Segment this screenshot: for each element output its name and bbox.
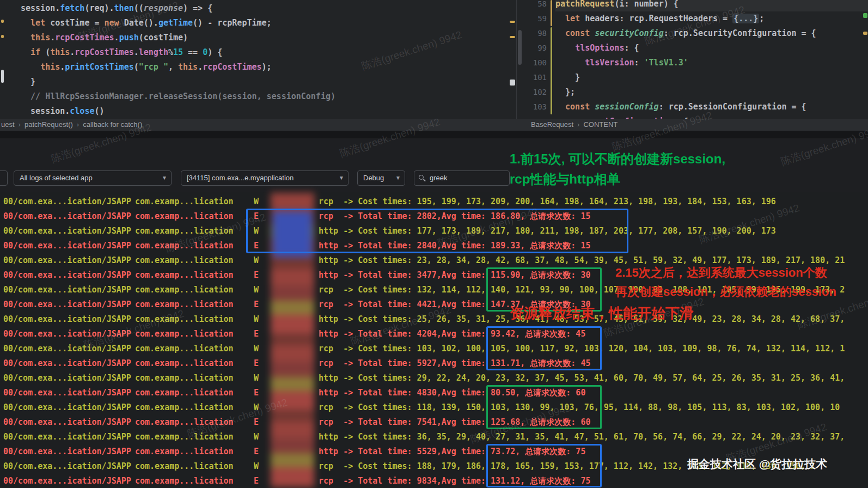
- log-row[interactable]: 00/com.exa...ication/JSAPPcom.examp...li…: [0, 194, 868, 209]
- log-tag: 00/com.exa...ication/JSAPP: [3, 224, 131, 239]
- breadcrumb-item[interactable]: CONTENT: [583, 120, 618, 129]
- log-tag: 00/com.exa...ication/JSAPP: [3, 459, 131, 474]
- log-level-badge: W: [254, 194, 259, 209]
- log-filter-dropdown[interactable]: All logs of selected app ▼: [14, 170, 172, 186]
- log-row[interactable]: 00/com.exa...ication/JSAPPcom.examp...li…: [0, 356, 868, 371]
- breadcrumb-item[interactable]: BaseRequest: [531, 120, 573, 129]
- code-token: :: [634, 58, 644, 68]
- code-token: rcpCostTimes: [75, 47, 133, 57]
- code-token: 'TlsV1.3': [644, 58, 688, 68]
- code-token: fetch: [60, 3, 84, 13]
- code-token: if: [30, 47, 40, 57]
- log-message: rcp -> Cost times: 195, 199, 173, 209, 2…: [319, 194, 776, 209]
- code-token: Date().: [119, 18, 158, 28]
- code-token: ,: [168, 62, 178, 72]
- code-token: [21, 91, 30, 101]
- code-token: : rcp.SessionConfiguration = {: [659, 102, 806, 112]
- code-editor[interactable]: session.fetch(req).then((response) => { …: [0, 0, 868, 119]
- log-level-badge: W: [254, 341, 259, 356]
- code-line[interactable]: };: [555, 85, 868, 100]
- breadcrumb-item[interactable]: patchRequest(): [25, 120, 73, 129]
- log-package: com.examp...lication: [135, 312, 234, 327]
- log-search-input[interactable]: greek: [414, 170, 510, 186]
- log-tag: 00/com.exa...ication/JSAPP: [3, 327, 131, 341]
- code-token: costTime =: [45, 18, 104, 28]
- code-token: [21, 47, 30, 57]
- code-line[interactable]: tlsVersion: 'TlsV1.3': [555, 56, 868, 70]
- log-row[interactable]: 00/com.exa...ication/JSAPPcom.examp...li…: [0, 312, 868, 327]
- log-tag: 00/com.exa...ication/JSAPP: [3, 253, 131, 268]
- highlight-box-batch1: [246, 209, 628, 253]
- code-token: 15: [173, 47, 183, 57]
- code-line[interactable]: let headers: rcp.RequestHeaders = {...};: [555, 11, 868, 26]
- log-level-dropdown[interactable]: Debug ▼: [357, 170, 405, 186]
- log-package: com.examp...lication: [135, 459, 234, 474]
- breadcrumb-item[interactable]: uest: [1, 120, 15, 129]
- log-package: com.examp...lication: [135, 415, 234, 430]
- log-package: com.examp...lication: [135, 430, 234, 444]
- log-tag: 00/com.exa...ication/JSAPP: [3, 444, 131, 459]
- code-line[interactable]: const securityConfig: rcp.SecurityConfig…: [555, 26, 868, 41]
- breadcrumb: uest›patchRequest()›callback for catch(): [1, 119, 142, 131]
- code-line[interactable]: const sessionConfig: rcp.SessionConfigur…: [555, 100, 868, 114]
- breadcrumb-item[interactable]: callback for catch(): [83, 120, 142, 129]
- code-line[interactable]: requestConfiguration: {: [555, 114, 868, 119]
- annotation-green-1: 1.前15次, 可以不断的创建新session,: [510, 150, 725, 168]
- log-package: com.examp...lication: [135, 444, 234, 459]
- log-level-badge: W: [254, 283, 259, 297]
- code-token: "rcp ": [139, 62, 168, 72]
- process-value: [34115] com.exa...e.myapplication: [187, 174, 294, 182]
- log-tag: 00/com.exa...ication/JSAPP: [3, 474, 131, 488]
- log-row[interactable]: 00/com.exa...ication/JSAPPcom.examp...li…: [0, 341, 868, 356]
- code-token: tlsOptions: [575, 43, 624, 53]
- code-token: this: [30, 33, 50, 42]
- log-row[interactable]: 00/com.exa...ication/JSAPPcom.examp...li…: [0, 371, 868, 386]
- change-marker: [1, 20, 4, 23]
- log-row[interactable]: 00/com.exa...ication/JSAPPcom.examp...li…: [0, 327, 868, 341]
- change-bar: [551, 0, 552, 26]
- editor-pane-right[interactable]: patchRequest(i: number) { let headers: r…: [555, 0, 868, 119]
- chevron-down-icon: ▼: [162, 171, 167, 185]
- code-line[interactable]: let costTime = new Date().getTime() - rc…: [21, 16, 511, 30]
- line-number: 101: [517, 70, 547, 85]
- log-row[interactable]: 00/com.exa...ication/JSAPPcom.examp...li…: [0, 430, 868, 444]
- code-line[interactable]: this.printCostTimes("rcp ", this.rcpCost…: [21, 60, 511, 75]
- code-token: .: [134, 47, 139, 57]
- log-package: com.examp...lication: [135, 474, 234, 488]
- code-line[interactable]: if (this.rcpCostTimes.length%15 == 0) {: [21, 45, 511, 60]
- line-number: 98: [517, 26, 547, 41]
- code-line[interactable]: tlsOptions: {: [555, 41, 868, 56]
- code-line[interactable]: this.rcpCostTimes.push(costTime): [21, 30, 511, 45]
- code-line[interactable]: session.fetch(req).then((response) => {: [21, 1, 511, 16]
- editor-pane-left[interactable]: session.fetch(req).then((response) => { …: [21, 1, 511, 119]
- cut-toolbar-control[interactable]: [0, 170, 8, 186]
- code-token: [21, 33, 30, 42]
- log-level-badge: W: [254, 312, 259, 327]
- log-row[interactable]: 00/com.exa...ication/JSAPPcom.examp...li…: [0, 474, 868, 488]
- code-token: };: [555, 87, 575, 97]
- code-token: [21, 18, 30, 28]
- code-token: : rcp.SecurityConfiguration = {: [664, 28, 816, 38]
- code-line[interactable]: }: [21, 75, 511, 89]
- log-row[interactable]: 00/com.exa...ication/JSAPPcom.examp...li…: [0, 415, 868, 430]
- process-dropdown[interactable]: [34115] com.exa...e.myapplication ▼: [181, 170, 349, 186]
- log-level-badge: W: [254, 400, 259, 415]
- code-token: [590, 102, 595, 112]
- code-line[interactable]: }: [555, 70, 868, 85]
- scrollbar-thumb[interactable]: [1, 70, 4, 83]
- code-line[interactable]: patchRequest(i: number) {: [555, 0, 868, 11]
- log-package: com.examp...lication: [135, 297, 234, 312]
- code-token: // HllRcpSessionManager.releaseSession(s…: [30, 91, 335, 101]
- breadcrumb-separator: ›: [15, 120, 25, 129]
- code-line[interactable]: // HllRcpSessionManager.releaseSession(s…: [21, 89, 511, 104]
- log-row[interactable]: 00/com.exa...ication/JSAPPcom.examp...li…: [0, 400, 868, 415]
- highlight-box-batch5: [486, 444, 602, 487]
- code-token: push: [119, 33, 139, 42]
- code-token: session.: [21, 106, 70, 116]
- code-line[interactable]: session.close(): [21, 104, 511, 119]
- code-token: [555, 28, 565, 38]
- log-package: com.examp...lication: [135, 239, 234, 253]
- editor-split-divider[interactable]: [516, 0, 517, 119]
- log-row[interactable]: 00/com.exa...ication/JSAPPcom.examp...li…: [0, 386, 868, 400]
- change-bar: [551, 27, 552, 114]
